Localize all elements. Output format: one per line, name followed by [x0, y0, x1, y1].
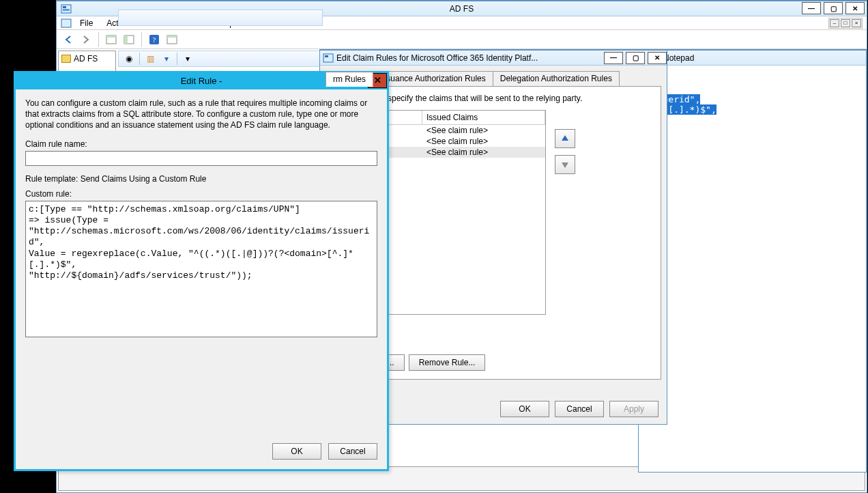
- reorder-controls: [555, 129, 575, 174]
- mdi-controls: – □ ×: [828, 18, 863, 29]
- svg-rect-5: [106, 36, 116, 38]
- toolbar-icon-3[interactable]: [164, 32, 179, 47]
- rule-issued-cell: <See claim rule>: [422, 125, 545, 136]
- qat-save-icon[interactable]: ▾: [160, 53, 173, 65]
- custom-rule-textarea[interactable]: [25, 201, 377, 337]
- edit-rule-title: Edit Rule -: [181, 76, 222, 86]
- svg-rect-3: [61, 19, 71, 27]
- quick-access-toolbar: [118, 10, 323, 26]
- notepad-body[interactable]: issuerid", ^.]*[.].*)$",: [643, 90, 862, 468]
- toolbar: ?: [57, 30, 867, 49]
- cr-close-button[interactable]: ✕: [648, 52, 667, 64]
- move-up-button[interactable]: [555, 129, 575, 148]
- svg-rect-11: [167, 36, 177, 38]
- tree-root-label: AD FS: [74, 54, 98, 64]
- claim-rules-title: Edit Claim Rules for Microsoft Office 36…: [336, 53, 601, 63]
- notepad-window: aim - Notepad ✕ issuerid", ^.]*[.].*)$",: [638, 49, 867, 473]
- adfs-app-icon: [323, 53, 334, 64]
- minimize-button[interactable]: —: [802, 2, 821, 14]
- col-issued-claims[interactable]: Issued Claims: [422, 111, 545, 124]
- rule-issued-cell: <See claim rule>: [422, 136, 545, 147]
- claim-rule-name-label: Claim rule name:: [25, 139, 377, 149]
- move-down-button[interactable]: [555, 155, 575, 174]
- svg-rect-7: [124, 36, 128, 44]
- claim-rule-name-input[interactable]: [25, 151, 377, 166]
- adfs-app-icon: [61, 3, 72, 14]
- claim-rules-titlebar[interactable]: Edit Claim Rules for Microsoft Office 36…: [320, 51, 667, 66]
- cr-apply-button[interactable]: Apply: [609, 401, 659, 417]
- quick-access-toolbar-2: ◉ ▥ ▾ ▾: [118, 51, 323, 67]
- cr-minimize-button[interactable]: —: [604, 52, 623, 64]
- menu-file[interactable]: File: [74, 18, 98, 29]
- qat-disc-icon[interactable]: ◉: [123, 53, 135, 65]
- svg-rect-2: [63, 9, 70, 11]
- qat-new-icon[interactable]: ▥: [144, 53, 156, 65]
- tree-root[interactable]: AD FS: [60, 53, 114, 64]
- mdi-close[interactable]: ×: [852, 19, 861, 27]
- svg-rect-13: [325, 55, 328, 57]
- rule-issued-cell: <See claim rule>: [422, 147, 545, 158]
- svg-rect-1: [63, 6, 66, 8]
- svg-rect-12: [323, 54, 333, 62]
- toolbar-icon-1[interactable]: [104, 32, 119, 47]
- adfs-menu-icon: [61, 18, 72, 29]
- er-cancel-button[interactable]: Cancel: [328, 443, 377, 460]
- cr-maximize-button[interactable]: ▢: [626, 52, 645, 64]
- help-button[interactable]: ?: [147, 32, 162, 47]
- custom-rule-label: Custom rule:: [25, 189, 377, 199]
- cr-cancel-button[interactable]: Cancel: [555, 401, 604, 417]
- svg-text:?: ?: [153, 36, 156, 44]
- rule-template-label: Rule template: Send Claims Using a Custo…: [25, 174, 377, 184]
- tab-delegation-authorization[interactable]: Delegation Authorization Rules: [493, 71, 620, 86]
- tab-issuance-transform[interactable]: rm Rules: [326, 72, 373, 87]
- toolbar-icon-2[interactable]: [121, 32, 136, 47]
- maximize-button[interactable]: ▢: [824, 2, 843, 14]
- cr-ok-button[interactable]: OK: [500, 401, 549, 417]
- folder-icon: [61, 55, 71, 63]
- tab-issuance-authorization[interactable]: Issuance Authorization Rules: [373, 71, 493, 86]
- mdi-minimize[interactable]: –: [830, 19, 839, 27]
- qat-drop-icon[interactable]: ▾: [182, 53, 194, 65]
- mdi-restore[interactable]: □: [841, 19, 850, 27]
- close-button[interactable]: ✕: [845, 2, 865, 14]
- notepad-titlebar[interactable]: aim - Notepad: [639, 51, 866, 66]
- nav-back-button[interactable]: [61, 32, 76, 47]
- er-ok-button[interactable]: OK: [272, 443, 321, 460]
- nav-forward-button[interactable]: [78, 32, 93, 47]
- edit-rule-description: You can configure a custom claim rule, s…: [25, 98, 377, 131]
- remove-rule-button[interactable]: Remove Rule...: [409, 354, 486, 371]
- edit-rule-dialog: Edit Rule - ✕ You can configure a custom…: [14, 71, 389, 471]
- edit-rule-footer: OK Cancel: [272, 443, 377, 460]
- claim-rules-footer: OK Cancel Apply: [500, 401, 659, 417]
